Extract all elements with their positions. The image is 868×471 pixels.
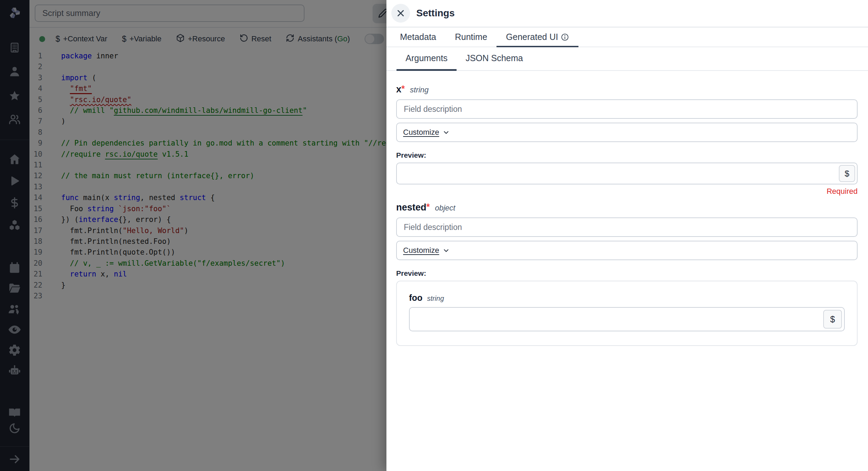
nested-preview-card: foo string $	[396, 281, 858, 346]
foo-preview-input[interactable]	[409, 307, 845, 331]
subtab-json-schema[interactable]: JSON Schema	[457, 53, 532, 70]
drawer-title: Settings	[416, 8, 454, 19]
settings-tabs: Metadata Runtime Generated UI	[386, 27, 868, 47]
preview-input-wrap: $	[396, 163, 858, 184]
insert-variable-dollar-button[interactable]: $	[839, 165, 855, 182]
chevron-down-icon	[442, 129, 450, 136]
tab-runtime[interactable]: Runtime	[445, 27, 496, 47]
child-input-wrap: $	[409, 307, 845, 331]
insert-variable-dollar-button[interactable]: $	[823, 310, 842, 329]
argument-type: string	[410, 85, 429, 94]
arguments-panel: x* string Customize Preview:	[386, 71, 868, 346]
x-preview-input[interactable]	[396, 163, 858, 184]
customize-toggle[interactable]: Customize	[403, 128, 450, 137]
argument-x-block: x* string Customize Preview:	[396, 84, 858, 196]
argument-name: x	[396, 84, 401, 95]
tab-generated-ui[interactable]: Generated UI	[496, 27, 578, 47]
preview-label: Preview:	[396, 269, 858, 278]
customize-box: Customize	[396, 241, 858, 260]
child-field-name: foo	[409, 293, 423, 303]
field-description-input[interactable]	[396, 217, 858, 237]
required-asterisk: *	[426, 202, 430, 212]
child-field-type: string	[427, 295, 444, 303]
info-icon[interactable]	[561, 33, 569, 41]
argument-label: x* string	[396, 84, 858, 95]
modal-backdrop[interactable]	[0, 0, 386, 471]
customize-box: Customize	[396, 123, 858, 142]
settings-drawer: Settings Metadata Runtime Generated UI A…	[386, 0, 868, 471]
required-asterisk: *	[401, 84, 405, 94]
windmill-script-editor: $ +Context Var $ +Variable +Resource	[0, 0, 868, 471]
argument-name: nested	[396, 202, 426, 213]
required-error: Required	[396, 187, 858, 196]
preview-label: Preview:	[396, 151, 858, 159]
child-field-label: foo string	[409, 293, 845, 303]
chevron-down-icon	[442, 247, 450, 254]
argument-type: object	[435, 204, 456, 213]
subtab-arguments[interactable]: Arguments	[397, 53, 457, 70]
field-description-input[interactable]	[396, 99, 858, 119]
tab-metadata[interactable]: Metadata	[391, 27, 445, 47]
argument-nested-block: nested* object Customize Preview:	[396, 202, 858, 346]
argument-label: nested* object	[396, 202, 858, 213]
drawer-header: Settings	[386, 0, 868, 27]
generated-ui-subtabs: Arguments JSON Schema	[386, 47, 868, 71]
customize-toggle[interactable]: Customize	[403, 246, 450, 255]
close-icon[interactable]	[391, 4, 410, 23]
